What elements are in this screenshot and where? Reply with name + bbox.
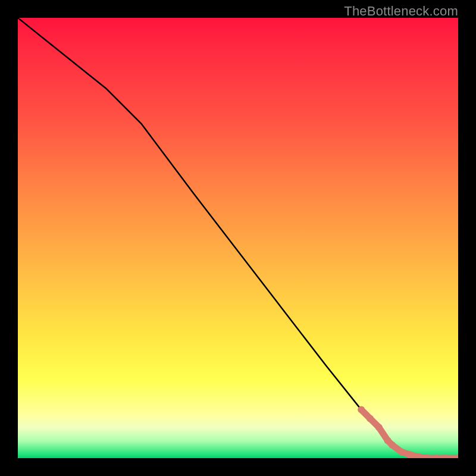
data-marker-group <box>358 406 458 458</box>
bottleneck-curve <box>18 18 458 458</box>
watermark-text: TheBottleneck.com <box>344 4 458 19</box>
plot-overlay <box>18 18 458 458</box>
chart-frame: TheBottleneck.com <box>0 0 476 476</box>
